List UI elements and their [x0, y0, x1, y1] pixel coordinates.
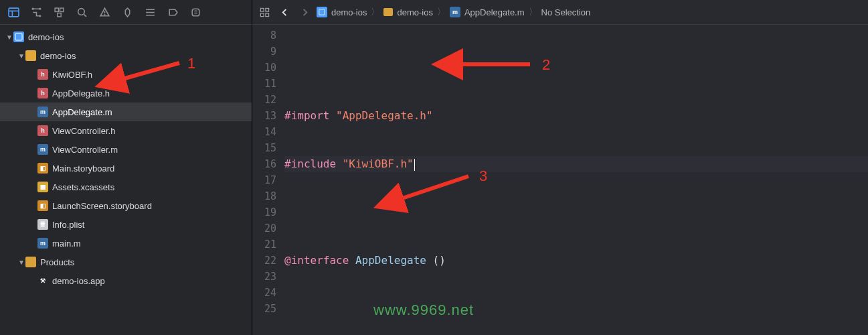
svg-rect-21 — [265, 8, 268, 11]
svg-point-12 — [104, 13, 105, 15]
tree-item-label: Assets.xcassets — [52, 182, 114, 192]
xcode-project-icon — [13, 31, 24, 42]
tree-project-root[interactable]: ▼ demo-ios — [0, 27, 252, 46]
disclosure-triangle-icon[interactable]: ▼ — [17, 259, 25, 266]
svg-rect-0 — [9, 8, 19, 17]
svg-rect-24 — [319, 9, 325, 15]
svg-point-5 — [39, 15, 41, 17]
debug-navigator-icon[interactable] — [141, 4, 159, 20]
storyboard-file-icon: ◧ — [37, 163, 48, 174]
tree-file[interactable]: ◧ LaunchScreen.storyboard — [0, 196, 252, 215]
file-tree: ▼ demo-ios ▼ demo-ios h KiwiOBF.h h AppD… — [0, 25, 252, 335]
navigator-toolbar — [0, 0, 252, 25]
tree-item-label: demo-ios — [28, 32, 64, 42]
tree-item-label: Main.storyboard — [52, 163, 114, 174]
storyboard-file-icon: ◧ — [37, 200, 48, 211]
tree-folder[interactable]: ▼ Products — [0, 253, 252, 271]
folder-icon — [383, 8, 393, 16]
svg-rect-22 — [260, 13, 264, 16]
svg-rect-19 — [15, 34, 22, 40]
related-items-icon[interactable] — [256, 4, 272, 20]
svg-rect-8 — [57, 13, 60, 16]
tree-file[interactable]: h AppDelegate.h — [0, 84, 252, 103]
chevron-right-icon: 〉 — [371, 6, 379, 18]
implementation-file-icon: m — [37, 107, 48, 117]
breakpoint-navigator-icon[interactable] — [163, 4, 182, 20]
svg-rect-6 — [55, 8, 58, 11]
plist-file-icon: ≣ — [37, 219, 48, 230]
editor-panel: demo-ios 〉 demo-ios 〉 m AppDelegate.m 〉 … — [252, 0, 868, 335]
tree-item-label: main.m — [52, 239, 81, 249]
disclosure-triangle-icon[interactable]: ▼ — [17, 52, 25, 60]
svg-point-4 — [39, 7, 41, 9]
tree-folder[interactable]: ▼ demo-ios — [0, 46, 252, 65]
tree-file[interactable]: h ViewController.h — [0, 121, 252, 140]
svg-rect-23 — [265, 13, 268, 16]
assets-file-icon: ▦ — [37, 182, 48, 192]
tree-file[interactable]: m ViewController.m — [0, 140, 252, 159]
implementation-file-icon: m — [450, 7, 460, 17]
find-navigator-icon[interactable] — [72, 4, 91, 20]
header-file-icon: h — [37, 88, 48, 98]
tree-item-label: ViewController.m — [52, 145, 118, 155]
header-file-icon: h — [37, 69, 48, 80]
tree-item-label: demo-ios.app — [52, 276, 105, 286]
tree-item-label: Products — [40, 257, 74, 267]
project-navigator-icon[interactable] — [4, 4, 23, 20]
breadcrumb: demo-ios 〉 demo-ios 〉 m AppDelegate.m 〉 … — [317, 6, 590, 18]
report-navigator-icon[interactable] — [186, 4, 205, 20]
breadcrumb-item[interactable]: demo-ios — [397, 7, 432, 17]
nav-back-icon[interactable] — [276, 4, 292, 20]
app-product-icon: ⚒ — [37, 275, 48, 286]
svg-point-9 — [78, 8, 84, 15]
folder-icon — [25, 50, 36, 61]
tree-item-label: KiwiOBF.h — [52, 70, 92, 80]
xcode-project-icon — [317, 7, 327, 17]
source-control-navigator-icon[interactable] — [27, 4, 46, 20]
svg-rect-20 — [260, 8, 264, 11]
tree-item-label: LaunchScreen.storyboard — [52, 201, 152, 211]
svg-point-3 — [31, 7, 33, 9]
implementation-file-icon: m — [37, 238, 48, 249]
tree-item-label: AppDelegate.h — [52, 88, 110, 98]
navigator-sidebar: ▼ demo-ios ▼ demo-ios h KiwiOBF.h h AppD… — [0, 0, 252, 335]
text-cursor — [414, 159, 415, 171]
tree-file[interactable]: ⚒ demo-ios.app — [0, 271, 252, 290]
chevron-right-icon: 〉 — [437, 6, 446, 18]
disclosure-triangle-icon[interactable]: ▼ — [5, 34, 13, 41]
tree-file[interactable]: h KiwiOBF.h — [0, 65, 252, 84]
test-navigator-icon[interactable] — [118, 4, 137, 20]
tree-item-label: ViewController.h — [52, 126, 115, 136]
code-content[interactable]: #import "AppDelegate.h" #include "KiwiOB… — [284, 25, 868, 335]
tree-file[interactable]: ▦ Assets.xcassets — [0, 178, 252, 196]
svg-rect-16 — [192, 9, 199, 16]
tree-file[interactable]: ◧ Main.storyboard — [0, 159, 252, 178]
breadcrumb-item[interactable]: AppDelegate.m — [464, 7, 525, 17]
breadcrumb-item[interactable]: demo-ios — [331, 7, 367, 17]
line-number-gutter: 8910111213141516171819202122232425 — [252, 25, 284, 335]
implementation-file-icon: m — [37, 144, 48, 155]
symbol-navigator-icon[interactable] — [50, 4, 68, 20]
tree-item-label: AppDelegate.m — [52, 107, 112, 117]
tree-file-selected[interactable]: m AppDelegate.m — [0, 103, 252, 121]
breadcrumb-item[interactable]: No Selection — [541, 7, 591, 17]
tree-item-label: Info.plist — [52, 220, 84, 230]
editor-top-bar: demo-ios 〉 demo-ios 〉 m AppDelegate.m 〉 … — [252, 0, 868, 25]
tree-file[interactable]: m main.m — [0, 234, 252, 253]
issue-navigator-icon[interactable] — [95, 4, 114, 20]
nav-forward-icon[interactable] — [296, 4, 313, 20]
code-editor[interactable]: 8910111213141516171819202122232425 #impo… — [252, 25, 868, 335]
svg-rect-7 — [60, 8, 63, 11]
svg-line-10 — [84, 14, 86, 16]
chevron-right-icon: 〉 — [529, 6, 537, 18]
folder-icon — [25, 257, 36, 267]
header-file-icon: h — [37, 125, 48, 136]
tree-item-label: demo-ios — [40, 51, 76, 61]
tree-file[interactable]: ≣ Info.plist — [0, 215, 252, 234]
